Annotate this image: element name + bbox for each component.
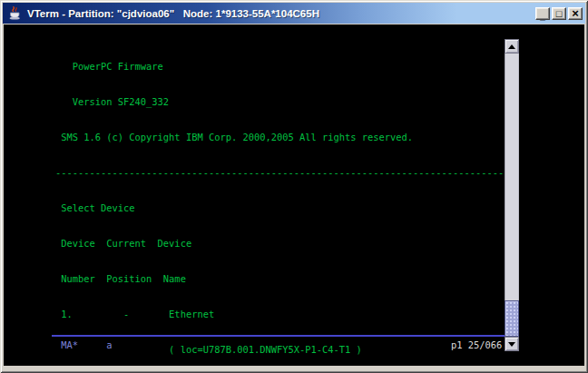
- terminal-line: PowerPC Firmware: [55, 61, 515, 73]
- oia-separator: [52, 335, 508, 337]
- minimize-button[interactable]: _: [535, 7, 550, 20]
- vterm-window: VTerm - Partition: "cjdvioa06" Node: 1*9…: [0, 0, 588, 373]
- arrow-down-icon: [508, 342, 515, 347]
- scrollbar-track[interactable]: [505, 54, 519, 337]
- terminal-line: Version SF240_332: [55, 96, 515, 108]
- window-title: VTerm - Partition: "cjdvioa06" Node: 1*9…: [27, 8, 319, 19]
- vertical-scrollbar: [505, 39, 519, 351]
- maximize-icon: □: [556, 8, 563, 18]
- title-bar[interactable]: VTerm - Partition: "cjdvioa06" Node: 1*9…: [3, 3, 585, 24]
- close-button[interactable]: ×: [568, 7, 583, 20]
- maximize-button[interactable]: □: [552, 7, 566, 20]
- scroll-up-button[interactable]: [505, 39, 519, 54]
- arrow-up-icon: [508, 44, 515, 49]
- scrollbar-thumb[interactable]: [505, 300, 519, 337]
- terminal-line: SMS 1.6 (c) Copyright IBM Corp. 2000,200…: [55, 132, 515, 143]
- minimize-icon: _: [540, 12, 545, 21]
- close-icon: ×: [572, 7, 579, 19]
- terminal-screen[interactable]: PowerPC Firmware Version SF240_332 SMS 1…: [55, 37, 515, 366]
- terminal-area: PowerPC Firmware Version SF240_332 SMS 1…: [4, 25, 584, 366]
- cursor-position-indicator: p1 25/066: [451, 339, 502, 351]
- table-header: Device Current Device: [55, 238, 515, 250]
- scroll-down-button[interactable]: [505, 337, 519, 351]
- device-row-1: 1. - Ethernet: [55, 309, 515, 320]
- separator-line: ----------------------------------------…: [55, 167, 515, 179]
- screen-title: Select Device: [55, 202, 515, 214]
- device-loc-1: ( loc=U787B.001.DNWFY5X-P1-C4-T1 ): [55, 344, 515, 356]
- window-controls: _ □ ×: [535, 7, 583, 20]
- table-header: Number Position Name: [55, 273, 515, 285]
- oia-status-left: MA* a: [55, 339, 113, 351]
- vterm-app-icon[interactable]: [7, 5, 23, 21]
